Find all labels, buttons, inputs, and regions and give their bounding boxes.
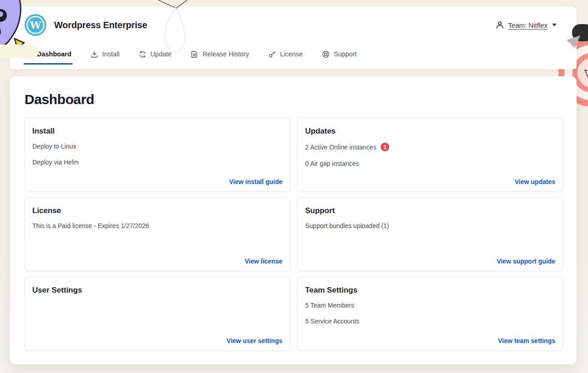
life-buoy-icon (322, 50, 330, 58)
updates-card: Updates 2 Active Online instances 1 0 Ai… (297, 118, 563, 192)
card-line: 2 Active Online instances 1 (305, 143, 555, 151)
card-title: Updates (305, 127, 555, 136)
card-line: Deploy via Helm (32, 159, 282, 166)
view-license-link[interactable]: View license (245, 258, 282, 265)
tab-label: License (280, 50, 303, 58)
main-nav: Dashboard Install Update Release History (10, 44, 577, 65)
key-icon (268, 50, 276, 58)
view-support-guide-link[interactable]: View support guide (497, 258, 555, 265)
support-card: Support Support bundles uploaded (1) Vie… (297, 197, 563, 271)
card-title: Team Settings (305, 286, 555, 295)
team-menu[interactable]: Team: Nitflex (495, 20, 557, 30)
card-title: Install (32, 127, 282, 136)
install-card: Install Deploy to Linux Deploy via Helm … (25, 118, 290, 192)
app-title: Wordpress Enterprise (54, 20, 147, 30)
view-updates-link[interactable]: View updates (515, 178, 555, 185)
team-settings-card: Team Settings 5 Team Members 5 Service A… (297, 277, 563, 351)
download-icon (90, 50, 98, 58)
refresh-icon (139, 50, 146, 58)
tab-release-history[interactable]: Release History (191, 44, 249, 65)
card-title: User Settings (32, 286, 282, 295)
view-install-guide-link[interactable]: View install guide (229, 178, 282, 185)
dashboard-content: Dashboard Install Deploy to Linux Deploy… (10, 76, 577, 364)
page-title: Dashboard (25, 92, 563, 107)
card-grid: Install Deploy to Linux Deploy via Helm … (25, 118, 563, 351)
card-line: 0 Air gap instances (305, 160, 555, 167)
tab-label: Install (102, 50, 120, 58)
tab-label: Update (151, 50, 172, 58)
card-title: License (32, 206, 282, 215)
chevron-down-icon (552, 24, 557, 26)
view-team-settings-link[interactable]: View team settings (498, 337, 555, 344)
card-line-text: 2 Active Online instances (305, 144, 376, 151)
dashboard-grid-icon (25, 50, 33, 58)
app-header: W Wordpress Enterprise Team: Nitflex Das… (10, 6, 577, 69)
view-user-settings-link[interactable]: View user settings (226, 337, 282, 344)
card-line: 5 Service Accounts (305, 318, 555, 325)
tab-license[interactable]: License (268, 44, 303, 65)
tab-label: Support (334, 50, 357, 58)
card-line: This is a Paid license - Expires 1/27/20… (32, 222, 282, 229)
card-title: Support (305, 206, 555, 215)
app-root: { "header": { "app_title": "Wordpress En… (0, 0, 588, 373)
tab-label: Dashboard (37, 50, 71, 58)
wordpress-logo: W (25, 14, 46, 36)
tab-dashboard[interactable]: Dashboard (25, 44, 71, 65)
tab-install[interactable]: Install (90, 44, 120, 65)
card-line: Deploy to Linux (32, 143, 282, 150)
user-icon (495, 20, 504, 30)
user-settings-card: User Settings View user settings (25, 277, 290, 351)
tab-update[interactable]: Update (139, 44, 172, 65)
license-card: License This is a Paid license - Expires… (25, 197, 290, 271)
card-line: Support bundles uploaded (1) (305, 222, 555, 229)
tab-support[interactable]: Support (322, 44, 357, 65)
card-line: 5 Team Members (305, 302, 555, 309)
tab-label: Release History (202, 50, 249, 58)
updates-count-badge: 1 (381, 143, 389, 151)
document-icon (191, 50, 198, 58)
header-top-row: W Wordpress Enterprise Team: Nitflex (10, 6, 577, 44)
svg-text:W: W (30, 19, 41, 31)
team-label: Team: Nitflex (508, 21, 548, 29)
